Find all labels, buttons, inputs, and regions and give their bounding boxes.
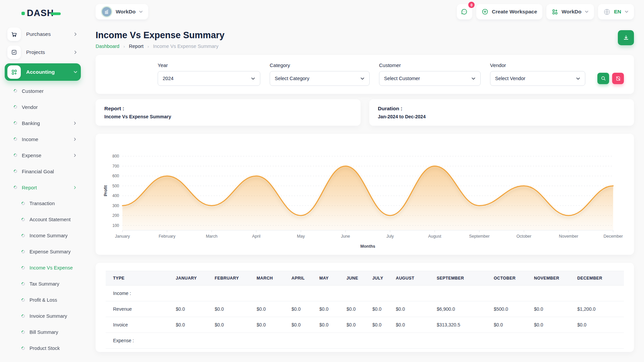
- bullet-icon: [21, 217, 25, 222]
- sidebar: DASH Purchases Projects Accounting Custo…: [0, 0, 86, 362]
- cell: $0.0: [392, 317, 433, 333]
- year-filter: Year 2024: [158, 62, 260, 86]
- messages-button[interactable]: 0: [457, 4, 472, 19]
- bullet-icon: [13, 105, 18, 109]
- workspace-selector[interactable]: WorkDo: [96, 4, 148, 19]
- y-tick-label: 400: [112, 193, 119, 198]
- report-info-card: Report : Income Vs Expense Summary: [96, 99, 361, 126]
- sidebar-item-customer[interactable]: Customer: [5, 83, 81, 99]
- sidebar-item-product-stock[interactable]: Product Stock: [5, 340, 81, 356]
- sidebar-item-profit-loss[interactable]: Profit & Loss: [5, 292, 81, 308]
- cell: $0.0: [316, 317, 343, 333]
- sub-item-label: Vendor: [22, 104, 81, 110]
- topbar-actions: 0 Create Workspace WorkDo EN: [457, 4, 634, 19]
- col-header: FEBRUARY: [211, 271, 253, 286]
- sidebar-item-income[interactable]: Income: [5, 131, 81, 147]
- logo-text: DASH: [27, 8, 54, 18]
- sidebar-item-label: Accounting: [26, 69, 73, 75]
- sub-item-label: Bill Summary: [30, 329, 81, 335]
- customer-value: Select Customer: [384, 76, 420, 81]
- category-select[interactable]: Select Category: [270, 71, 370, 86]
- sidebar-item-income-summary[interactable]: Income Summary: [5, 228, 81, 244]
- customer-select[interactable]: Select Customer: [379, 71, 481, 86]
- apply-filter-button[interactable]: [597, 73, 609, 84]
- chevron-right-icon: ›: [123, 44, 125, 49]
- sidebar-item-cash-flow[interactable]: Cash Flow: [5, 356, 81, 362]
- cell: $0.0: [343, 301, 369, 317]
- app-logo[interactable]: DASH: [5, 7, 81, 25]
- y-tick-label: 500: [112, 184, 119, 188]
- sidebar-item-bill-summary[interactable]: Bill Summary: [5, 324, 81, 340]
- sidebar-item-financial-goal[interactable]: Financial Goal: [5, 163, 81, 179]
- col-header: APRIL: [288, 271, 316, 286]
- search-icon: [601, 76, 606, 81]
- reset-filter-button[interactable]: [612, 73, 624, 84]
- workspace-menu[interactable]: WorkDo: [546, 4, 594, 19]
- vendor-select[interactable]: Select Vendor: [490, 71, 585, 86]
- sidebar-item-income-vs-expense[interactable]: Income Vs Expense: [5, 260, 81, 276]
- category-value: Select Category: [275, 76, 309, 81]
- sidebar-item-expense-summary[interactable]: Expense Summary: [5, 244, 81, 260]
- col-header: DECEMBER: [574, 271, 624, 286]
- sidebar-item-account-statement[interactable]: Account Statement: [5, 212, 81, 228]
- sidebar-item-transaction[interactable]: Transaction: [5, 195, 81, 212]
- bullet-icon: [21, 282, 25, 286]
- x-tick-label: July: [386, 234, 394, 239]
- top-bar: WorkDo 0 Create Workspace WorkDo EN: [96, 0, 634, 21]
- bullet-icon: [13, 169, 18, 174]
- breadcrumb-report[interactable]: Report: [129, 44, 144, 49]
- sidebar-item-invoice-summary[interactable]: Invoice Summary: [5, 308, 81, 324]
- table-row: Revenue $0.0 $0.0 $0.0 $0.0 $0.0 $0.0 $0…: [106, 301, 624, 317]
- sub-item-label: Profit & Loss: [30, 297, 81, 303]
- income-expense-table: TYPE JANUARY FEBRUARY MARCH APRIL MAY JU…: [106, 271, 624, 349]
- chevron-right-icon: [73, 137, 77, 141]
- globe-icon: [603, 8, 610, 15]
- section-label: Income :: [106, 286, 624, 301]
- sidebar-item-tax-summary[interactable]: Tax Summary: [5, 276, 81, 292]
- chevron-right-icon: [73, 121, 77, 125]
- grid-plus-icon: [7, 65, 21, 79]
- sub-item-label: Expense: [22, 153, 73, 158]
- cell: $6,900.0: [433, 301, 490, 317]
- y-tick-label: 300: [112, 203, 119, 208]
- vendor-label: Vendor: [490, 62, 585, 68]
- chevron-right-icon: [73, 154, 77, 157]
- chevron-right-icon: ›: [148, 44, 149, 49]
- y-tick-label: 200: [112, 213, 119, 218]
- sidebar-item-vendor[interactable]: Vendor: [5, 99, 81, 115]
- sidebar-item-projects[interactable]: Projects: [5, 43, 81, 61]
- create-workspace-label: Create Workspace: [492, 9, 537, 15]
- bullet-icon: [21, 330, 25, 335]
- year-select[interactable]: 2024: [158, 71, 260, 86]
- table-header-row: TYPE JANUARY FEBRUARY MARCH APRIL MAY JU…: [106, 271, 624, 286]
- language-label: EN: [614, 9, 621, 15]
- sidebar-item-purchases[interactable]: Purchases: [5, 25, 81, 43]
- vendor-value: Select Vendor: [495, 76, 525, 81]
- sidebar-item-label: Projects: [26, 49, 73, 55]
- cell: $0.0: [490, 317, 531, 333]
- year-value: 2024: [163, 76, 173, 81]
- cell: $0.0: [211, 317, 253, 333]
- x-tick-label: August: [428, 234, 441, 239]
- cell: $0.0: [392, 301, 433, 317]
- col-header: MARCH: [253, 271, 288, 286]
- breadcrumb-dashboard[interactable]: Dashboard: [96, 44, 119, 49]
- col-header: SEPTEMBER: [433, 271, 490, 286]
- cell: $313,320.5: [433, 317, 490, 333]
- sub-item-label: Expense Summary: [30, 249, 81, 254]
- workspace-name: WorkDo: [116, 9, 136, 15]
- y-tick-label: 800: [112, 154, 119, 159]
- sidebar-item-report[interactable]: Report: [5, 179, 81, 195]
- sidebar-item-accounting[interactable]: Accounting: [5, 63, 81, 81]
- download-button[interactable]: [618, 30, 634, 45]
- duration-info-title: Duration :: [378, 106, 626, 112]
- sidebar-item-banking[interactable]: Banking: [5, 115, 81, 131]
- duration-info-value: Jan-2024 to Dec-2024: [378, 114, 626, 119]
- create-workspace-button[interactable]: Create Workspace: [476, 4, 542, 19]
- language-selector[interactable]: EN: [598, 4, 634, 19]
- cell: $0.0: [253, 317, 288, 333]
- x-tick-label: April: [252, 234, 260, 239]
- col-header: NOVEMBER: [531, 271, 574, 286]
- x-tick-label: November: [559, 234, 578, 239]
- sidebar-item-expense[interactable]: Expense: [5, 147, 81, 163]
